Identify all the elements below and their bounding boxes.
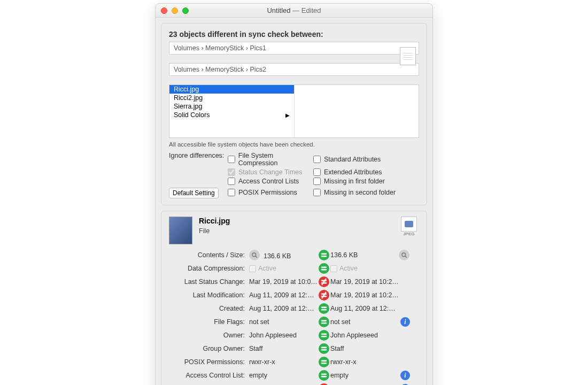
svg-line-1 (256, 256, 257, 258)
prop-right: rwxr-xr-x (330, 358, 399, 366)
prop-left: Staff (249, 345, 318, 352)
equal-icon (319, 263, 329, 274)
svg-rect-15 (321, 309, 327, 311)
svg-rect-23 (321, 363, 327, 364)
equal-icon (319, 317, 329, 327)
prop-left: 136.6 KB (249, 250, 318, 260)
magnify-icon[interactable] (249, 250, 260, 260)
list-item[interactable]: Ricci2.jpg (169, 94, 294, 102)
svg-line-5 (405, 256, 407, 258)
svg-rect-24 (321, 374, 327, 375)
prop-left: John Appleseed (249, 332, 318, 339)
prop-left: Active (249, 265, 318, 272)
prop-right: Mar 19, 2019 at 10:20:1… (330, 291, 399, 299)
list-item[interactable]: Sierra.jpg (169, 102, 294, 111)
info-icon[interactable]: i (400, 317, 410, 327)
info-icon[interactable]: i (400, 371, 410, 380)
svg-rect-7 (321, 269, 327, 271)
svg-line-10 (322, 279, 326, 285)
prop-label: Last Modification: (169, 291, 249, 299)
prop-right: Mar 19, 2019 at 10:20:1… (330, 278, 399, 286)
svg-rect-19 (321, 336, 327, 337)
sync-header-section: 23 objects different in sync check betwe… (161, 23, 427, 205)
prop-label: POSIX Permissions: (169, 358, 249, 366)
document-icon (400, 47, 416, 65)
svg-rect-22 (321, 360, 327, 362)
prop-left: not set (249, 318, 318, 326)
column-browser[interactable]: Ricci.jpgRicci2.jpgSierra.jpgSolid Color… (169, 84, 419, 138)
prop-label: File Flags: (169, 318, 249, 326)
not-equal-icon (319, 290, 329, 301)
chevron-right-icon: ▶ (285, 112, 290, 118)
chk-status-change: Status Change Times (228, 168, 313, 176)
chk-ext-attr[interactable]: Extended Attributes (313, 168, 409, 176)
equal-icon (319, 357, 329, 367)
prop-left: rwxr-xr-x (249, 358, 318, 366)
prop-right: Active (330, 265, 399, 272)
detail-section: Ricci.jpg File JPEG Contents / Size: 136… (161, 211, 427, 385)
equal-icon (319, 370, 329, 381)
default-setting-button[interactable]: Default Setting (169, 188, 219, 198)
titlebar: Untitled — Edited (156, 4, 432, 18)
prop-label: Last Status Change: (169, 278, 249, 286)
svg-rect-18 (321, 334, 327, 335)
prop-right: Staff (330, 345, 399, 352)
chk-fs-compression[interactable]: File System Compression (228, 152, 313, 167)
chk-std-attr[interactable]: Standard Attributes (313, 156, 409, 163)
equal-icon (319, 330, 329, 341)
not-equal-icon (319, 276, 329, 287)
svg-rect-21 (321, 349, 327, 351)
prop-label: Data Compression: (169, 265, 249, 272)
prop-label: Contents / Size: (169, 251, 249, 259)
equal-icon (319, 303, 329, 314)
list-item[interactable]: Ricci.jpg (169, 85, 294, 94)
prop-label: Created: (169, 305, 249, 312)
ignore-label: Ignore differences: (169, 152, 228, 159)
svg-rect-25 (321, 376, 327, 378)
svg-rect-6 (321, 267, 327, 268)
prop-right: Aug 11, 2009 at 12:41:2… (330, 305, 399, 312)
window-title: Untitled (267, 6, 290, 14)
prop-label: Access Control List: (169, 372, 249, 379)
svg-rect-20 (321, 347, 327, 349)
prop-right: 136.6 KB (330, 251, 399, 259)
magnify-icon[interactable] (399, 250, 409, 260)
prop-right: not set (330, 318, 399, 326)
file-thumbnail (169, 217, 192, 244)
prop-left: Aug 11, 2009 at 12:41:2… (249, 305, 318, 312)
chk-missing-second[interactable]: Missing in second folder (313, 189, 409, 196)
prop-left: Aug 11, 2009 at 12:41:2… (249, 291, 318, 299)
chk-acl[interactable]: Access Control Lists (228, 178, 313, 185)
check-note: All accessible file system objects have … (169, 141, 419, 148)
svg-rect-17 (321, 322, 327, 324)
jpeg-badge: JPEG (401, 217, 417, 236)
equal-icon (319, 250, 329, 260)
detail-filename: Ricci.jpg (199, 217, 230, 225)
svg-rect-14 (321, 307, 327, 309)
list-item[interactable]: Solid Colors▶ (169, 111, 294, 119)
svg-rect-3 (321, 256, 327, 257)
chk-posix[interactable]: POSIX Permissions (228, 189, 313, 196)
equal-icon (319, 343, 329, 354)
path-a[interactable]: Volumes › MemoryStick › Pics1 (169, 42, 419, 55)
prop-left: Mar 19, 2019 at 10:02:3… (249, 278, 318, 286)
prop-right: empty (330, 372, 399, 379)
svg-line-13 (322, 292, 326, 298)
detail-kind: File (199, 227, 230, 235)
prop-label: Group Owner: (169, 345, 249, 352)
svg-rect-16 (321, 320, 327, 322)
path-b[interactable]: Volumes › MemoryStick › Pics2 (169, 63, 419, 76)
sync-headline: 23 objects different in sync check betwe… (169, 30, 419, 38)
prop-left: empty (249, 372, 318, 379)
window-subtitle: — Edited (290, 6, 321, 14)
prop-right: John Appleseed (330, 332, 399, 339)
chk-missing-first[interactable]: Missing in first folder (313, 178, 409, 185)
prop-label: Owner: (169, 332, 249, 339)
svg-rect-2 (321, 253, 327, 255)
